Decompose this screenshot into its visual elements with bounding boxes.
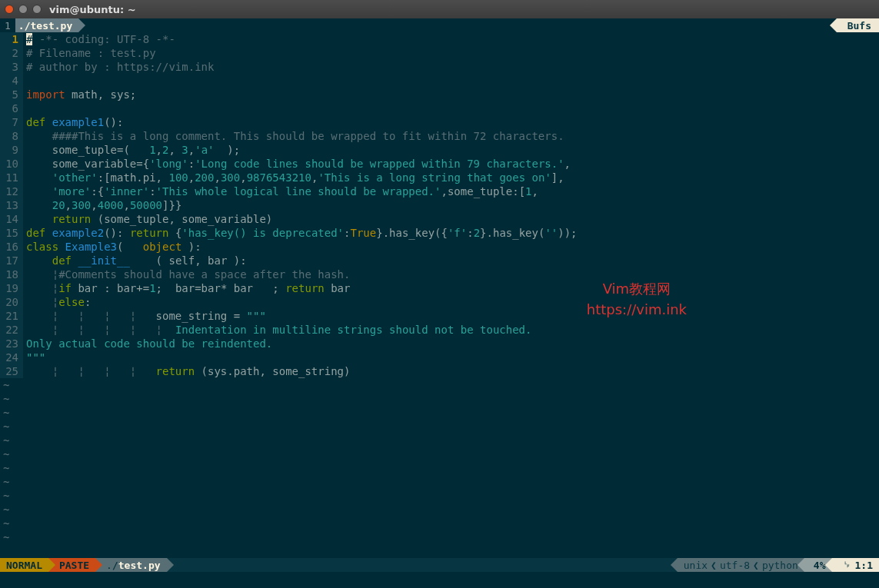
separator-icon: ❮: [753, 560, 759, 571]
gutter-line-number: 8: [0, 129, 23, 143]
code-line[interactable]: 3# author by : https://vim.ink: [0, 60, 879, 74]
gutter-line-number: 15: [0, 226, 23, 240]
code-content: [23, 101, 26, 115]
code-line[interactable]: 18 ¦#Comments should have a space after …: [0, 267, 879, 281]
code-line[interactable]: 23Only actual code should be reindented.: [0, 337, 879, 350]
code-line[interactable]: 21 ¦ ¦ ¦ ¦ some_string = """: [0, 309, 879, 323]
tab-spacer: [78, 18, 836, 32]
code-line[interactable]: 5import math, sys;: [0, 88, 879, 101]
fileformat: unix: [684, 560, 708, 571]
empty-line: ~: [0, 392, 879, 406]
tab-line: 1 ./test.py Bufs: [0, 18, 879, 32]
code-content: # Filename : test.py: [23, 46, 156, 60]
code-content: ¦ ¦ ¦ ¦ return (sys.path, some_string): [23, 364, 350, 378]
gutter-line-number: 6: [0, 101, 23, 115]
gutter-line-number: 19: [0, 281, 23, 295]
percent-label: 4%: [814, 560, 826, 571]
gutter-line-number: 16: [0, 240, 23, 254]
code-content: some_tuple=( 1,2, 3,'a' );: [23, 143, 240, 157]
close-icon[interactable]: [5, 5, 14, 14]
tab-file-label: ./test.py: [18, 20, 72, 32]
empty-line: ~: [0, 530, 879, 544]
status-fill: [167, 558, 678, 572]
gutter-line-number: 2: [0, 46, 23, 60]
gutter-line-number: 24: [0, 350, 23, 364]
paste-label: PASTE: [59, 560, 89, 571]
line-number-icon: ␊: [843, 559, 851, 571]
gutter-line-number: 9: [0, 143, 23, 157]
empty-line: ~: [0, 447, 879, 461]
gutter-line-number: 23: [0, 337, 23, 350]
code-content: def __init__ ( self, bar ):: [23, 254, 247, 267]
empty-line: ~: [0, 420, 879, 434]
code-content: ####This is a long comment. This should …: [23, 129, 564, 143]
tab-index[interactable]: 1: [0, 18, 15, 32]
code-content: # author by : https://vim.ink: [23, 60, 214, 74]
gutter-line-number: 22: [0, 323, 23, 337]
status-line: NORMAL PASTE ./test.py unix ❮ utf-8 ❮ py…: [0, 558, 879, 572]
empty-line: ~: [0, 475, 879, 489]
watermark: Vim教程网 https://vim.ink: [587, 278, 687, 320]
minimize-icon[interactable]: [18, 5, 28, 14]
tab-active[interactable]: ./test.py: [15, 18, 78, 32]
gutter-line-number: 4: [0, 74, 23, 88]
code-line[interactable]: 19 ¦if bar : bar+=1; bar=bar* bar ; retu…: [0, 281, 879, 295]
code-content: def example2(): return {'has_key() is de…: [23, 226, 578, 240]
code-line[interactable]: 1# -*- coding: UTF-8 -*-: [0, 32, 879, 46]
code-line[interactable]: 25 ¦ ¦ ¦ ¦ return (sys.path, some_string…: [0, 364, 879, 378]
position-label: 1:1: [855, 560, 873, 571]
code-line[interactable]: 7def example1():: [0, 115, 879, 129]
gutter-line-number: 20: [0, 295, 23, 309]
mode-label: NORMAL: [6, 560, 42, 571]
code-line[interactable]: 2# Filename : test.py: [0, 46, 879, 60]
gutter-line-number: 18: [0, 267, 23, 281]
code-line[interactable]: 14 return (some_tuple, some_variable): [0, 212, 879, 226]
gutter-line-number: 25: [0, 364, 23, 378]
code-line[interactable]: 10 some_variable={'long':'Long code line…: [0, 157, 879, 171]
code-line[interactable]: 4: [0, 74, 879, 88]
code-content: class Example3( object ):: [23, 240, 201, 254]
code-line[interactable]: 9 some_tuple=( 1,2, 3,'a' );: [0, 143, 879, 157]
code-line[interactable]: 8 ####This is a long comment. This shoul…: [0, 129, 879, 143]
status-mode: NORMAL: [0, 558, 48, 572]
code-content: 'other':[math.pi, 100,200,300,9876543210…: [23, 171, 564, 184]
gutter-line-number: 12: [0, 184, 23, 198]
code-line[interactable]: 22 ¦ ¦ ¦ ¦ ¦ Indentation in multiline st…: [0, 323, 879, 337]
code-line[interactable]: 16class Example3( object ):: [0, 240, 879, 254]
code-line[interactable]: 12 'more':{'inner':'This whole logical l…: [0, 184, 879, 198]
code-editor[interactable]: 1# -*- coding: UTF-8 -*-2# Filename : te…: [0, 32, 879, 558]
gutter-line-number: 11: [0, 171, 23, 184]
code-content: def example1():: [23, 115, 123, 129]
gutter-line-number: 17: [0, 254, 23, 267]
status-position: ␊ 1:1: [832, 558, 879, 572]
status-file: ./test.py: [95, 558, 166, 572]
code-line[interactable]: 20 ¦else:: [0, 295, 879, 309]
window-titlebar: vim@ubuntu: ~: [0, 0, 879, 18]
code-content: Only actual code should be reindented.: [23, 337, 272, 350]
code-content: ¦ ¦ ¦ ¦ ¦ Indentation in multiline strin…: [23, 323, 531, 337]
file-name: test.py: [118, 560, 161, 571]
code-content: [23, 74, 26, 88]
code-content: 'more':{'inner':'This whole logical line…: [23, 184, 538, 198]
empty-line: ~: [0, 406, 879, 420]
code-line[interactable]: 15def example2(): return {'has_key() is …: [0, 226, 879, 240]
separator-icon: ❮: [711, 560, 717, 571]
gutter-line-number: 21: [0, 309, 23, 323]
code-line[interactable]: 11 'other':[math.pi, 100,200,300,9876543…: [0, 171, 879, 184]
gutter-line-number: 13: [0, 198, 23, 212]
code-line[interactable]: 13 20,300,4000,50000]}}: [0, 198, 879, 212]
command-line[interactable]: [0, 572, 879, 588]
code-line[interactable]: 24""": [0, 350, 879, 364]
file-prefix: ./: [106, 560, 118, 571]
status-paste: PASTE: [48, 558, 95, 572]
watermark-title: Vim教程网: [587, 278, 687, 299]
gutter-line-number: 1: [0, 32, 23, 46]
gutter-line-number: 7: [0, 115, 23, 129]
code-line[interactable]: 6: [0, 101, 879, 115]
maximize-icon[interactable]: [32, 5, 42, 14]
status-fileinfo: unix ❮ utf-8 ❮ python: [678, 558, 804, 572]
empty-line: ~: [0, 503, 879, 517]
code-line[interactable]: 17 def __init__ ( self, bar ):: [0, 254, 879, 267]
bufs-button[interactable]: Bufs: [837, 18, 879, 32]
watermark-url: https://vim.ink: [587, 299, 687, 320]
